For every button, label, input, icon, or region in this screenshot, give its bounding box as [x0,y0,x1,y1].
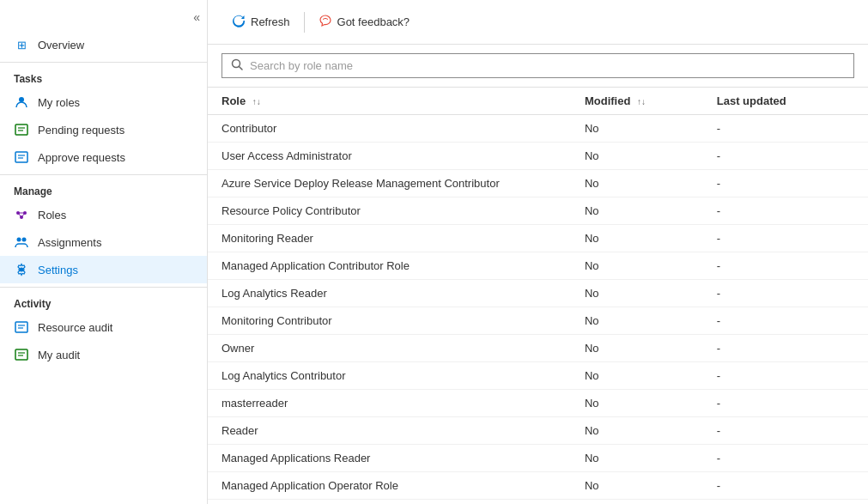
column-header-modified[interactable]: Modified ↑↓ [571,88,703,115]
svg-rect-19 [15,349,27,360]
cell-role: Monitoring Reader [208,225,571,252]
svg-point-0 [19,97,24,102]
sidebar-item-settings[interactable]: Settings [0,256,207,283]
svg-line-11 [21,213,25,217]
sidebar-item-approve-requests[interactable]: Approve requests [0,143,207,171]
refresh-icon [232,14,246,30]
table-row[interactable]: Contributor No - [208,115,868,143]
refresh-label: Refresh [251,15,290,28]
cell-role: Managed Application Contributor Role [208,252,571,280]
cell-modified: No [571,445,703,472]
search-icon [231,58,243,73]
my-roles-icon [14,94,29,110]
sidebar-item-roles[interactable]: Roles [0,201,207,228]
sort-icon-modified: ↑↓ [637,97,646,106]
sort-icon-role: ↑↓ [252,97,261,106]
main-content: Refresh Got feedback? [208,0,868,504]
svg-point-13 [17,238,21,242]
column-header-role[interactable]: Role ↑↓ [208,88,571,115]
cell-modified: No [571,417,703,445]
cell-modified: No [571,307,703,335]
cell-modified: No [571,335,703,362]
refresh-button[interactable]: Refresh [222,9,300,35]
tasks-section-label: Tasks [0,66,207,88]
table-row[interactable]: Monitoring Contributor No - [208,307,868,335]
manage-section-label: Manage [0,179,207,201]
sidebar-item-my-roles[interactable]: My roles [0,88,207,116]
svg-rect-1 [15,124,27,135]
cell-role: Contributor [208,115,571,143]
cell-last-updated: - [703,225,868,252]
cell-modified: No [571,362,703,390]
cell-modified: No [571,115,703,143]
sidebar-item-overview[interactable]: ⊞ Overview [0,31,207,58]
table-row[interactable]: Monitoring Reader No - [208,225,868,252]
sidebar-item-my-audit[interactable]: My audit [0,341,207,368]
table-row[interactable]: Resource Policy Contributor No - [208,197,868,225]
sidebar-item-label: My roles [38,96,80,109]
svg-point-14 [22,238,27,242]
cell-role: Managed Applications Reader [208,445,571,472]
settings-icon [14,262,29,277]
table-row[interactable]: Reader No - [208,417,868,445]
cell-modified: No [571,143,703,170]
cell-last-updated: - [703,390,868,417]
table-body: Contributor No - User Access Administrat… [208,115,868,500]
table-row[interactable]: User Access Administrator No - [208,143,868,170]
feedback-icon [319,14,332,30]
sidebar-item-label: My audit [38,349,80,361]
table-row[interactable]: masterreader No - [208,390,868,417]
feedback-label: Got feedback? [337,15,410,28]
table-row[interactable]: Managed Applications Reader No - [208,445,868,472]
cell-last-updated: - [703,280,868,307]
cell-role: Log Analytics Reader [208,280,571,307]
cell-modified: No [571,390,703,417]
sidebar-item-label: Resource audit [38,321,112,334]
cell-role: Azure Service Deploy Release Management … [208,170,571,197]
approve-requests-icon [14,149,29,165]
cell-role: masterreader [208,390,571,417]
sidebar-item-assignments[interactable]: Assignments [0,228,207,256]
svg-rect-4 [15,152,27,162]
pending-requests-icon [14,122,29,137]
activity-section-label: Activity [0,291,207,313]
toolbar: Refresh Got feedback? [208,0,868,45]
cell-last-updated: - [703,417,868,445]
sidebar-item-label: Overview [38,39,84,52]
assignments-icon [14,234,29,250]
cell-last-updated: - [703,252,868,280]
sidebar-item-label: Assignments [38,236,101,249]
cell-last-updated: - [703,115,868,143]
roles-table: Role ↑↓ Modified ↑↓ Last updated Contrib… [208,88,868,500]
sidebar-item-resource-audit[interactable]: Resource audit [0,313,207,341]
cell-modified: No [571,225,703,252]
feedback-button[interactable]: Got feedback? [308,9,421,35]
table-row[interactable]: Log Analytics Contributor No - [208,362,868,390]
divider-manage [0,174,207,175]
search-input-wrapper[interactable] [222,53,854,78]
table-row[interactable]: Owner No - [208,335,868,362]
table-row[interactable]: Managed Application Contributor Role No … [208,252,868,280]
cell-role: Managed Application Operator Role [208,472,571,500]
column-header-last-updated: Last updated [703,88,868,115]
table-row[interactable]: Managed Application Operator Role No - [208,472,868,500]
cell-role: Resource Policy Contributor [208,197,571,225]
sidebar-item-pending-requests[interactable]: Pending requests [0,116,207,143]
cell-last-updated: - [703,335,868,362]
cell-last-updated: - [703,472,868,500]
table-row[interactable]: Azure Service Deploy Release Management … [208,170,868,197]
svg-rect-16 [15,322,27,332]
resource-audit-icon [14,319,29,335]
collapse-icon[interactable]: « [193,10,200,24]
cell-modified: No [571,472,703,500]
cell-role: Reader [208,417,571,445]
table-row[interactable]: Log Analytics Reader No - [208,280,868,307]
collapse-button[interactable]: « [0,7,207,31]
cell-modified: No [571,252,703,280]
overview-icon: ⊞ [14,37,29,52]
search-input[interactable] [250,59,845,72]
cell-modified: No [571,197,703,225]
cell-last-updated: - [703,307,868,335]
toolbar-separator [304,12,305,33]
sidebar-item-label: Pending requests [38,124,124,137]
